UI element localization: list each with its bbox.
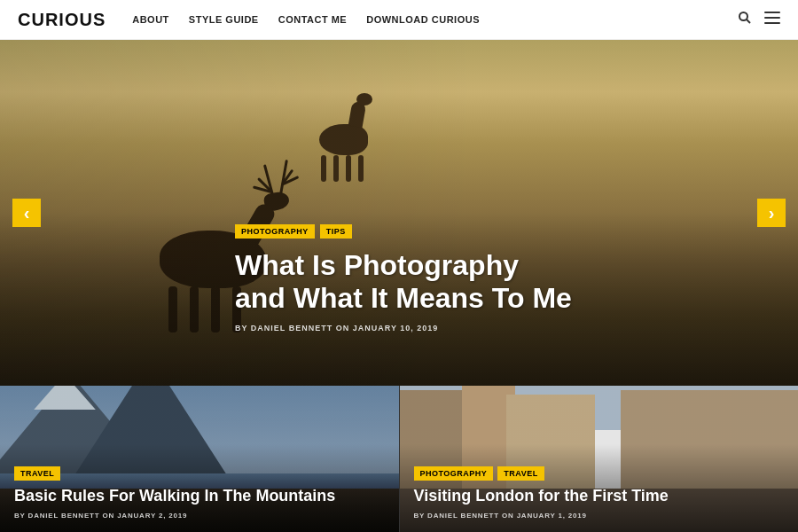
card-title-2[interactable]: Visiting London for the First Time bbox=[414, 487, 785, 506]
main-nav: ABOUT STYLE GUIDE CONTACT ME DOWNLOAD CU… bbox=[132, 14, 738, 25]
svg-rect-2 bbox=[764, 12, 780, 13]
card-meta-on-2: ON bbox=[502, 512, 514, 520]
hero-author: DANIEL BENNETT bbox=[251, 324, 332, 332]
hero-meta-prefix: BY bbox=[235, 324, 247, 332]
card-author-2: DANIEL BENNETT bbox=[427, 512, 499, 520]
card-meta-on: ON bbox=[102, 512, 114, 520]
card-tag-travel[interactable]: TRAVEL bbox=[14, 466, 60, 481]
card-london[interactable]: PHOTOGRAPHY TRAVEL Visiting London for t… bbox=[400, 386, 799, 532]
hero-content: PHOTOGRAPHY TIPS What Is Photography and… bbox=[235, 224, 572, 332]
slider-prev-button[interactable]: ‹ bbox=[12, 199, 41, 227]
header: CURIOUS ABOUT STYLE GUIDE CONTACT ME DOW… bbox=[0, 0, 798, 40]
slider-next-button[interactable]: › bbox=[757, 199, 786, 227]
card-content-2: PHOTOGRAPHY TRAVEL Visiting London for t… bbox=[414, 466, 785, 520]
menu-icon[interactable] bbox=[764, 12, 780, 27]
card-meta-2: BY DANIEL BENNETT ON JANUARY 1, 2019 bbox=[414, 512, 785, 520]
nav-contact[interactable]: CONTACT ME bbox=[278, 14, 348, 25]
card-content: TRAVEL Basic Rules For Walking In The Mo… bbox=[14, 466, 385, 520]
header-icons bbox=[738, 11, 780, 28]
nav-download[interactable]: DOWNLOAD CURIOUS bbox=[366, 14, 480, 25]
card-date: JANUARY 2, 2019 bbox=[117, 512, 187, 520]
hero-date: JANUARY 10, 2019 bbox=[353, 324, 439, 332]
article-cards: TRAVEL Basic Rules For Walking In The Mo… bbox=[0, 386, 798, 532]
svg-line-1 bbox=[747, 20, 750, 23]
tag-tips[interactable]: TIPS bbox=[320, 224, 352, 239]
nav-style-guide[interactable]: STYLE GUIDE bbox=[189, 14, 259, 25]
card-title[interactable]: Basic Rules For Walking In The Mountains bbox=[14, 487, 385, 506]
svg-rect-3 bbox=[764, 17, 780, 19]
site-logo[interactable]: CURIOUS bbox=[18, 10, 106, 30]
card-mountains[interactable]: TRAVEL Basic Rules For Walking In The Mo… bbox=[0, 386, 399, 532]
hero-meta: BY DANIEL BENNETT ON JANUARY 10, 2019 bbox=[235, 324, 572, 332]
svg-point-0 bbox=[739, 12, 747, 20]
search-icon[interactable] bbox=[738, 11, 752, 28]
nav-about[interactable]: ABOUT bbox=[132, 14, 169, 25]
card-meta-prefix: BY bbox=[14, 512, 26, 520]
card-tag-photography[interactable]: PHOTOGRAPHY bbox=[414, 466, 494, 481]
hero-slider: ‹ PHOTOGRAPHY TIPS What Is Photography a… bbox=[0, 40, 798, 386]
chevron-right-icon: › bbox=[769, 204, 775, 222]
chevron-left-icon: ‹ bbox=[24, 204, 30, 222]
card-tag-travel-2[interactable]: TRAVEL bbox=[497, 466, 544, 481]
card-author: DANIEL BENNETT bbox=[28, 512, 100, 520]
hero-meta-on: ON bbox=[336, 324, 350, 332]
card-tags-2: PHOTOGRAPHY TRAVEL bbox=[414, 466, 785, 481]
hero-title[interactable]: What Is Photography and What It Means To… bbox=[235, 249, 572, 315]
svg-rect-4 bbox=[764, 22, 780, 24]
card-meta: BY DANIEL BENNETT ON JANUARY 2, 2019 bbox=[14, 512, 385, 520]
card-tags: TRAVEL bbox=[14, 466, 385, 481]
tag-photography[interactable]: PHOTOGRAPHY bbox=[235, 224, 315, 239]
card-meta-prefix-2: BY bbox=[414, 512, 426, 520]
card-date-2: JANUARY 1, 2019 bbox=[517, 512, 587, 520]
hero-tags: PHOTOGRAPHY TIPS bbox=[235, 224, 572, 239]
hero-overlay bbox=[0, 40, 798, 386]
